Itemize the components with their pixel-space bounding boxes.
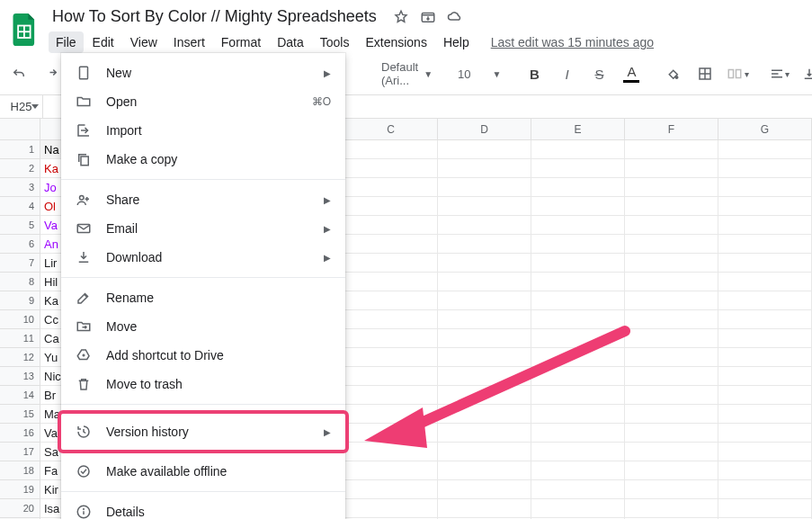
borders-icon[interactable] [693,62,717,85]
row-header[interactable]: 6 [0,235,40,254]
text-color-button[interactable]: A [620,62,643,85]
cell[interactable] [625,310,718,328]
cell[interactable] [531,499,625,517]
cell[interactable] [531,480,625,498]
cell[interactable] [438,140,531,158]
font-size-combo[interactable]: 10▼ [454,67,504,81]
cell[interactable] [531,348,625,366]
menu-version-history[interactable]: Version history ▶ [61,414,345,450]
row-header[interactable]: 13 [0,367,40,386]
cell[interactable] [625,386,718,404]
cell[interactable] [718,461,812,479]
cell[interactable] [438,480,531,498]
row-header[interactable]: 15 [0,405,40,424]
row-header[interactable]: 14 [0,386,40,405]
menu-make-available-offline[interactable]: Make available offline [61,457,345,486]
cell[interactable] [344,197,438,215]
cell[interactable] [531,140,625,158]
cell[interactable] [438,216,531,234]
cell[interactable] [625,159,718,177]
menu-make-copy[interactable]: Make a copy [61,145,345,174]
cell[interactable] [531,443,625,461]
row-header[interactable]: 4 [0,197,40,216]
strikethrough-button[interactable]: S [587,62,611,85]
fill-color-icon[interactable] [661,62,684,85]
cell[interactable] [438,197,531,215]
menu-help[interactable]: Help [436,31,477,53]
cell[interactable] [718,348,812,366]
cell[interactable] [438,424,531,442]
cell[interactable] [438,348,531,366]
row-header[interactable]: 12 [0,348,40,367]
cell[interactable] [438,159,531,177]
cell[interactable] [625,424,718,442]
col-header-g[interactable]: G [718,119,812,139]
menu-import[interactable]: Import [61,116,345,145]
cell[interactable] [625,348,718,366]
row-header[interactable]: 20 [0,499,40,518]
cell[interactable] [438,273,531,291]
cell[interactable] [344,216,438,234]
cell[interactable] [625,235,718,253]
move-to-drive-icon[interactable] [420,9,436,28]
menu-move-to-trash[interactable]: Move to trash [61,370,345,398]
col-header-c[interactable]: C [344,119,438,139]
vertical-align-icon[interactable]: ▾ [799,62,812,85]
cell[interactable] [718,216,812,234]
bold-button[interactable]: B [522,62,546,85]
cell[interactable] [438,405,531,423]
cell[interactable] [344,386,438,404]
menu-tools[interactable]: Tools [313,31,357,53]
undo-icon[interactable] [7,62,31,85]
row-header[interactable]: 5 [0,216,40,235]
col-header-f[interactable]: F [625,119,718,139]
cell[interactable] [531,254,625,272]
cell[interactable] [344,443,438,461]
cell[interactable] [344,291,438,309]
cell[interactable] [718,367,812,385]
cell[interactable] [531,329,625,347]
col-header-e[interactable]: E [531,119,625,139]
cell[interactable] [625,216,718,234]
cell[interactable] [531,386,625,404]
cell[interactable] [344,178,438,196]
cell[interactable] [625,480,718,498]
cell[interactable] [718,480,812,498]
row-header[interactable]: 17 [0,443,40,461]
cell[interactable] [625,405,718,423]
sheets-logo-icon[interactable] [7,12,43,48]
menu-format[interactable]: Format [214,31,268,53]
row-header[interactable]: 1 [0,140,40,159]
merge-cells-icon[interactable]: ▾ [726,62,749,85]
cell[interactable] [438,386,531,404]
menu-rename[interactable]: Rename [61,283,345,312]
cell[interactable] [344,235,438,253]
menu-open[interactable]: Open ⌘O [61,87,345,116]
cell[interactable] [438,499,531,517]
cell[interactable] [718,443,812,461]
cell[interactable] [718,159,812,177]
cell[interactable] [344,254,438,272]
row-header[interactable]: 3 [0,178,40,197]
cell[interactable] [718,310,812,328]
row-header[interactable]: 8 [0,273,40,291]
cell[interactable] [718,235,812,253]
cell[interactable] [531,461,625,479]
star-icon[interactable] [393,9,409,28]
cell[interactable] [625,197,718,215]
italic-button[interactable]: I [555,62,578,85]
cell[interactable] [625,178,718,196]
document-title[interactable]: How To Sort By Color // Mighty Spreadshe… [49,5,380,28]
row-header[interactable]: 18 [0,461,40,480]
cell[interactable] [625,291,718,309]
cell[interactable] [438,235,531,253]
menu-extensions[interactable]: Extensions [358,31,433,53]
cloud-status-icon[interactable] [447,9,463,28]
cell[interactable] [344,329,438,347]
cell[interactable] [344,424,438,442]
cell[interactable] [344,273,438,291]
cell[interactable] [438,329,531,347]
cell[interactable] [531,235,625,253]
menu-new[interactable]: New ▶ [61,58,345,87]
menu-move[interactable]: Move [61,312,345,341]
